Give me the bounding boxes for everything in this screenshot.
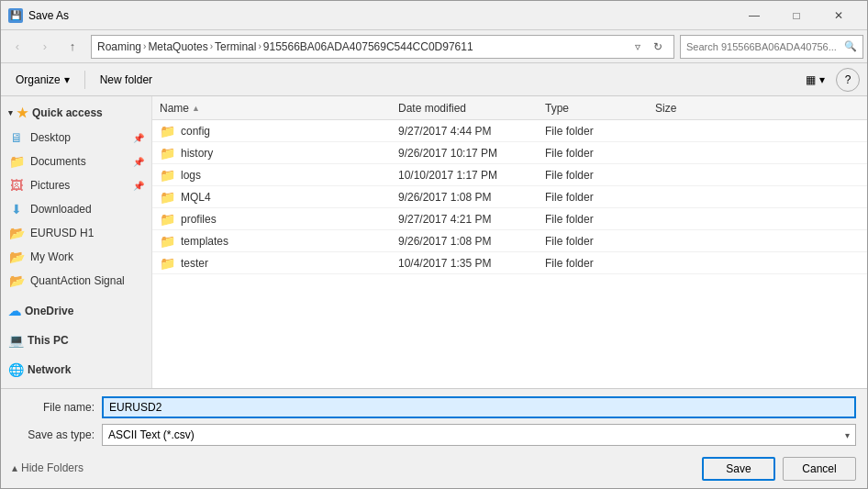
- sidebar-downloaded-label: Downloaded: [30, 203, 144, 216]
- file-name-cell: 📁 templates: [152, 234, 391, 249]
- col-type-header[interactable]: Type: [538, 102, 648, 115]
- search-input[interactable]: [686, 41, 844, 52]
- sort-size-button[interactable]: Size: [655, 102, 676, 115]
- nav-bar: ‹ › ↑ Roaming › MetaQuotes › Terminal › …: [1, 30, 867, 63]
- network-header[interactable]: 🌐 Network: [1, 357, 151, 383]
- save-label: Save: [726, 462, 751, 475]
- cancel-label: Cancel: [802, 462, 836, 475]
- search-icon: 🔍: [844, 40, 857, 52]
- file-date-cell: 9/26/2017 1:08 PM: [391, 235, 538, 248]
- table-row[interactable]: 📁 config 9/27/2017 4:44 PM File folder: [152, 120, 867, 142]
- minimize-button[interactable]: —: [733, 1, 775, 30]
- new-folder-button[interactable]: New folder: [93, 68, 160, 92]
- file-type-cell: File folder: [538, 125, 648, 138]
- col-size-header[interactable]: Size: [648, 102, 721, 115]
- save-as-dialog: 💾 Save As — □ ✕ ‹ › ↑ Roaming › MetaQuot…: [0, 0, 868, 489]
- file-name-text: history: [181, 147, 213, 160]
- quick-access-label: Quick access: [32, 106, 103, 119]
- sort-name-button[interactable]: Name ▲: [160, 102, 200, 115]
- table-row[interactable]: 📁 templates 9/26/2017 1:08 PM File folde…: [152, 230, 867, 252]
- hide-folders-toggle[interactable]: ▴ Hide Folders: [12, 461, 83, 474]
- sidebar-eurusd-label: EURUSD H1: [30, 227, 144, 239]
- thispc-header[interactable]: 💻 This PC: [1, 328, 151, 353]
- file-name-cell: 📁 MQL4: [152, 190, 391, 205]
- crumb-sep-2: ›: [210, 41, 213, 51]
- new-folder-label: New folder: [100, 73, 152, 86]
- view-icon: ▦: [806, 73, 816, 86]
- crumb-guid: 915566BA06ADA407569C544CC0D97611: [263, 40, 473, 53]
- sidebar-item-pictures[interactable]: 🖼 Pictures 📌: [1, 173, 151, 197]
- table-row[interactable]: 📁 tester 10/4/2017 1:35 PM File folder: [152, 252, 867, 274]
- search-bar[interactable]: 🔍: [680, 35, 863, 59]
- bottom-panel: File name: Save as type: ASCII Text (*.c…: [1, 388, 867, 488]
- save-button[interactable]: Save: [702, 457, 775, 481]
- file-type-cell: File folder: [538, 147, 648, 160]
- pin-icon-pictures: 📌: [133, 181, 144, 191]
- file-name-text: templates: [181, 235, 228, 248]
- bottom-actions: Save Cancel: [702, 457, 856, 481]
- sidebar-item-quantaction[interactable]: 📂 QuantAction Signal: [1, 269, 151, 293]
- file-name-text: profiles: [181, 213, 217, 226]
- folder-icon: 📁: [160, 212, 175, 227]
- file-type-cell: File folder: [538, 191, 648, 204]
- dialog-icon: 💾: [8, 8, 23, 23]
- address-bar[interactable]: Roaming › MetaQuotes › Terminal › 915566…: [91, 35, 674, 59]
- filename-input[interactable]: [102, 396, 856, 418]
- organize-button[interactable]: Organize ▾: [8, 68, 77, 92]
- sort-date-button[interactable]: Date modified: [398, 102, 466, 115]
- quantaction-folder-icon: 📂: [8, 272, 25, 289]
- forward-button[interactable]: ›: [32, 34, 58, 60]
- documents-folder-icon: 📁: [8, 153, 25, 170]
- collapse-arrow-icon: ▾: [8, 108, 13, 117]
- up-button[interactable]: ↑: [60, 34, 85, 60]
- col-date-label: Date modified: [398, 102, 466, 115]
- hide-folders-label: Hide Folders: [21, 461, 83, 474]
- organize-label: Organize: [16, 73, 61, 86]
- view-button[interactable]: ▦ ▾: [798, 68, 832, 92]
- table-row[interactable]: 📁 history 9/26/2017 10:17 PM File folder: [152, 142, 867, 164]
- col-name-header[interactable]: Name ▲: [152, 102, 391, 115]
- desktop-folder-icon: 🖥: [8, 129, 25, 146]
- help-button[interactable]: ?: [836, 68, 860, 92]
- maximize-button[interactable]: □: [775, 1, 818, 30]
- toolbar-separator: [84, 71, 85, 89]
- table-row[interactable]: 📁 profiles 9/27/2017 4:21 PM File folder: [152, 208, 867, 230]
- sidebar-item-downloaded[interactable]: ⬇ Downloaded: [1, 197, 151, 221]
- sort-type-button[interactable]: Type: [545, 102, 569, 115]
- quick-access-header[interactable]: ▾ ★ Quick access: [1, 100, 151, 126]
- file-type-cell: File folder: [538, 257, 648, 270]
- file-name-cell: 📁 logs: [152, 168, 391, 183]
- table-row[interactable]: 📁 MQL4 9/26/2017 1:08 PM File folder: [152, 186, 867, 208]
- sidebar-item-documents[interactable]: 📁 Documents 📌: [1, 150, 151, 173]
- table-row[interactable]: 📁 logs 10/10/2017 1:17 PM File folder: [152, 164, 867, 186]
- file-date-cell: 9/27/2017 4:44 PM: [391, 125, 538, 138]
- sidebar-item-desktop[interactable]: 🖥 Desktop 📌: [1, 126, 151, 150]
- onedrive-header[interactable]: ☁ OneDrive: [1, 298, 151, 324]
- refresh-icon-button[interactable]: ↻: [648, 37, 668, 57]
- col-date-header[interactable]: Date modified: [391, 102, 538, 115]
- sidebar-item-mywork[interactable]: 📂 My Work: [1, 245, 151, 269]
- file-list: Name ▲ Date modified Type Size: [152, 96, 867, 388]
- sidebar-pictures-label: Pictures: [30, 179, 128, 192]
- cancel-button[interactable]: Cancel: [783, 457, 856, 481]
- back-button[interactable]: ‹: [5, 34, 30, 60]
- folder-icon: 📁: [160, 168, 175, 183]
- file-name-cell: 📁 config: [152, 124, 391, 139]
- folder-icon: 📁: [160, 124, 175, 139]
- filename-row: File name:: [12, 396, 856, 418]
- onedrive-label: OneDrive: [25, 305, 73, 317]
- sidebar-quantaction-label: QuantAction Signal: [30, 274, 144, 287]
- filetype-value: ASCII Text (*.csv): [108, 428, 195, 441]
- cloud-icon: ☁: [8, 304, 21, 318]
- sort-arrow-icon: ▲: [192, 104, 200, 113]
- file-date-cell: 9/26/2017 10:17 PM: [391, 147, 538, 160]
- crumb-sep-3: ›: [258, 41, 261, 51]
- refresh-button[interactable]: ▿: [628, 37, 648, 57]
- network-label: Network: [28, 363, 71, 376]
- filetype-select[interactable]: ASCII Text (*.csv) ▾: [102, 424, 856, 446]
- file-name-text: config: [181, 125, 210, 138]
- close-button[interactable]: ✕: [818, 1, 860, 30]
- pin-icon-desktop: 📌: [133, 133, 144, 143]
- file-date-cell: 9/26/2017 1:08 PM: [391, 191, 538, 204]
- sidebar-item-eurusd[interactable]: 📂 EURUSD H1: [1, 221, 151, 245]
